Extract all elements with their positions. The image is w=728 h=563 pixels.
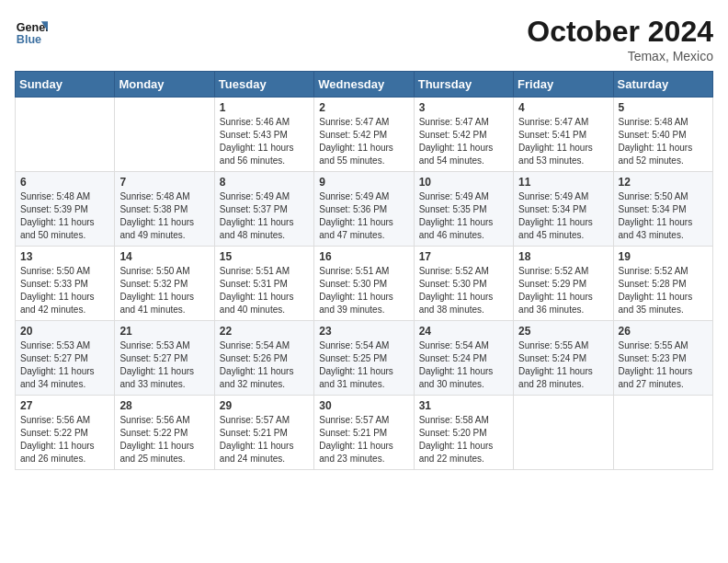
calendar-cell: 8Sunrise: 5:49 AM Sunset: 5:37 PM Daylig… (214, 172, 313, 247)
weekday-header-thursday: Thursday (414, 72, 513, 98)
day-number: 4 (518, 101, 608, 114)
day-number: 18 (518, 250, 608, 263)
day-number: 23 (319, 325, 408, 338)
day-info: Sunrise: 5:47 AM Sunset: 5:42 PM Dayligh… (419, 116, 508, 167)
calendar-cell: 9Sunrise: 5:49 AM Sunset: 5:36 PM Daylig… (314, 172, 414, 247)
location-title: Temax, Mexico (527, 49, 713, 63)
calendar-week-row: 27Sunrise: 5:56 AM Sunset: 5:22 PM Dayli… (16, 396, 713, 470)
calendar-cell: 15Sunrise: 5:51 AM Sunset: 5:31 PM Dayli… (214, 247, 313, 321)
calendar-cell: 3Sunrise: 5:47 AM Sunset: 5:42 PM Daylig… (414, 98, 513, 172)
calendar-cell (16, 98, 115, 172)
day-info: Sunrise: 5:50 AM Sunset: 5:34 PM Dayligh… (619, 190, 708, 242)
day-number: 15 (220, 250, 309, 263)
title-block: October 2024 Temax, Mexico (527, 15, 713, 63)
calendar-week-row: 6Sunrise: 5:48 AM Sunset: 5:39 PM Daylig… (16, 172, 713, 247)
page-header: General Blue October 2024 Temax, Mexico (15, 15, 713, 63)
day-number: 13 (20, 250, 109, 263)
calendar-week-row: 1Sunrise: 5:46 AM Sunset: 5:43 PM Daylig… (16, 98, 713, 172)
day-info: Sunrise: 5:52 AM Sunset: 5:28 PM Dayligh… (619, 265, 708, 316)
day-info: Sunrise: 5:55 AM Sunset: 5:23 PM Dayligh… (619, 339, 708, 391)
calendar-cell: 5Sunrise: 5:48 AM Sunset: 5:40 PM Daylig… (613, 98, 712, 172)
logo: General Blue (15, 15, 48, 48)
day-info: Sunrise: 5:50 AM Sunset: 5:32 PM Dayligh… (119, 265, 209, 316)
day-info: Sunrise: 5:56 AM Sunset: 5:22 PM Dayligh… (20, 414, 109, 465)
day-info: Sunrise: 5:56 AM Sunset: 5:22 PM Dayligh… (119, 414, 209, 465)
calendar-cell: 30Sunrise: 5:57 AM Sunset: 5:21 PM Dayli… (314, 396, 414, 470)
day-info: Sunrise: 5:53 AM Sunset: 5:27 PM Dayligh… (119, 339, 209, 391)
day-number: 9 (319, 176, 408, 189)
day-number: 12 (619, 176, 708, 189)
day-info: Sunrise: 5:48 AM Sunset: 5:40 PM Dayligh… (619, 116, 708, 167)
calendar-cell: 28Sunrise: 5:56 AM Sunset: 5:22 PM Dayli… (115, 396, 214, 470)
day-number: 3 (419, 101, 508, 114)
day-number: 14 (119, 250, 209, 263)
weekday-header-row: SundayMondayTuesdayWednesdayThursdayFrid… (16, 72, 713, 98)
day-info: Sunrise: 5:49 AM Sunset: 5:34 PM Dayligh… (518, 190, 608, 242)
day-number: 5 (619, 101, 708, 114)
day-info: Sunrise: 5:53 AM Sunset: 5:27 PM Dayligh… (20, 339, 109, 391)
day-number: 19 (619, 250, 708, 263)
calendar-cell: 22Sunrise: 5:54 AM Sunset: 5:26 PM Dayli… (214, 321, 313, 396)
logo-icon: General Blue (15, 15, 48, 48)
calendar-week-row: 20Sunrise: 5:53 AM Sunset: 5:27 PM Dayli… (16, 321, 713, 396)
day-info: Sunrise: 5:47 AM Sunset: 5:41 PM Dayligh… (518, 116, 608, 167)
svg-text:Blue: Blue (17, 33, 41, 46)
day-number: 21 (119, 325, 209, 338)
day-number: 25 (518, 325, 608, 338)
calendar-cell: 23Sunrise: 5:54 AM Sunset: 5:25 PM Dayli… (314, 321, 414, 396)
day-number: 30 (319, 399, 408, 412)
day-info: Sunrise: 5:51 AM Sunset: 5:30 PM Dayligh… (319, 265, 408, 316)
calendar-cell: 18Sunrise: 5:52 AM Sunset: 5:29 PM Dayli… (514, 247, 613, 321)
day-number: 24 (419, 325, 508, 338)
calendar-cell: 6Sunrise: 5:48 AM Sunset: 5:39 PM Daylig… (16, 172, 115, 247)
calendar-cell: 1Sunrise: 5:46 AM Sunset: 5:43 PM Daylig… (214, 98, 313, 172)
weekday-header-sunday: Sunday (16, 72, 115, 98)
day-number: 22 (220, 325, 309, 338)
day-info: Sunrise: 5:48 AM Sunset: 5:38 PM Dayligh… (119, 190, 209, 242)
month-title: October 2024 (527, 15, 713, 49)
day-number: 27 (20, 399, 109, 412)
day-info: Sunrise: 5:49 AM Sunset: 5:36 PM Dayligh… (319, 190, 408, 242)
calendar-cell: 12Sunrise: 5:50 AM Sunset: 5:34 PM Dayli… (613, 172, 712, 247)
calendar-cell: 14Sunrise: 5:50 AM Sunset: 5:32 PM Dayli… (115, 247, 214, 321)
day-number: 2 (319, 101, 408, 114)
day-number: 6 (20, 176, 109, 189)
day-info: Sunrise: 5:57 AM Sunset: 5:21 PM Dayligh… (319, 414, 408, 465)
weekday-header-friday: Friday (514, 72, 613, 98)
day-info: Sunrise: 5:54 AM Sunset: 5:25 PM Dayligh… (319, 339, 408, 391)
day-number: 28 (119, 399, 209, 412)
day-info: Sunrise: 5:55 AM Sunset: 5:24 PM Dayligh… (518, 339, 608, 391)
calendar-table: SundayMondayTuesdayWednesdayThursdayFrid… (15, 71, 713, 470)
calendar-week-row: 13Sunrise: 5:50 AM Sunset: 5:33 PM Dayli… (16, 247, 713, 321)
day-info: Sunrise: 5:52 AM Sunset: 5:29 PM Dayligh… (518, 265, 608, 316)
calendar-cell: 31Sunrise: 5:58 AM Sunset: 5:20 PM Dayli… (414, 396, 513, 470)
calendar-cell: 10Sunrise: 5:49 AM Sunset: 5:35 PM Dayli… (414, 172, 513, 247)
calendar-cell: 16Sunrise: 5:51 AM Sunset: 5:30 PM Dayli… (314, 247, 414, 321)
day-info: Sunrise: 5:47 AM Sunset: 5:42 PM Dayligh… (319, 116, 408, 167)
day-number: 10 (419, 176, 508, 189)
calendar-cell (115, 98, 214, 172)
calendar-cell: 19Sunrise: 5:52 AM Sunset: 5:28 PM Dayli… (613, 247, 712, 321)
calendar-cell: 13Sunrise: 5:50 AM Sunset: 5:33 PM Dayli… (16, 247, 115, 321)
day-number: 16 (319, 250, 408, 263)
calendar-cell: 24Sunrise: 5:54 AM Sunset: 5:24 PM Dayli… (414, 321, 513, 396)
calendar-cell: 2Sunrise: 5:47 AM Sunset: 5:42 PM Daylig… (314, 98, 414, 172)
day-number: 1 (220, 101, 309, 114)
day-info: Sunrise: 5:51 AM Sunset: 5:31 PM Dayligh… (220, 265, 309, 316)
day-info: Sunrise: 5:54 AM Sunset: 5:24 PM Dayligh… (419, 339, 508, 391)
day-info: Sunrise: 5:49 AM Sunset: 5:37 PM Dayligh… (220, 190, 309, 242)
weekday-header-monday: Monday (115, 72, 214, 98)
calendar-cell: 29Sunrise: 5:57 AM Sunset: 5:21 PM Dayli… (214, 396, 313, 470)
day-number: 17 (419, 250, 508, 263)
weekday-header-saturday: Saturday (613, 72, 712, 98)
calendar-cell: 11Sunrise: 5:49 AM Sunset: 5:34 PM Dayli… (514, 172, 613, 247)
day-number: 26 (619, 325, 708, 338)
day-number: 11 (518, 176, 608, 189)
day-number: 8 (220, 176, 309, 189)
weekday-header-wednesday: Wednesday (314, 72, 414, 98)
day-info: Sunrise: 5:58 AM Sunset: 5:20 PM Dayligh… (419, 414, 508, 465)
calendar-cell: 17Sunrise: 5:52 AM Sunset: 5:30 PM Dayli… (414, 247, 513, 321)
day-info: Sunrise: 5:57 AM Sunset: 5:21 PM Dayligh… (220, 414, 309, 465)
calendar-cell: 25Sunrise: 5:55 AM Sunset: 5:24 PM Dayli… (514, 321, 613, 396)
day-info: Sunrise: 5:50 AM Sunset: 5:33 PM Dayligh… (20, 265, 109, 316)
